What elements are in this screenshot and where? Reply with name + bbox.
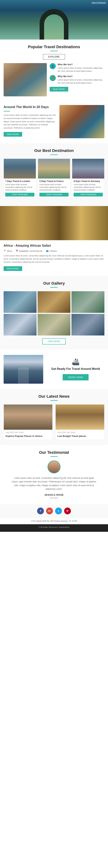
testimonial-text: Lorem ipsum dolor sit amet, consectetur … (11, 476, 97, 491)
gallery-item-4 (4, 314, 36, 336)
footer-copyright: © All rights Reserved | traveluntime (0, 524, 108, 532)
around-text-content: Lorem ipsum dolor sit amet, consectetur … (4, 114, 56, 129)
dest-start-btn-2[interactable]: START FROM $550 (74, 193, 103, 196)
dest-img-germany (72, 159, 104, 179)
people-icon: 👥 (46, 250, 49, 252)
safari-tags: 📍 Africa 📅 Availability: Jun/16-Dec/16 👥… (4, 250, 104, 252)
dest-cards-row: 7 Days Travel to London Lorem ipsum dolo… (4, 159, 104, 198)
popular-section: Popular Travel Destinations EXPLORE 👤 Wh… (0, 39, 108, 101)
section-divider (50, 51, 58, 51)
around-title: Around The World In 20 Days (4, 105, 56, 109)
why-title: Why We Are? (58, 75, 104, 78)
gallery-grid (4, 291, 104, 336)
news-card-venice: June,2020 John Smith Explore Popular Pla… (4, 404, 53, 440)
book-now-button[interactable]: BOOK NOW (63, 374, 89, 380)
gallery-divider (50, 287, 58, 288)
dest-img-london (4, 159, 36, 179)
dest-card-title-0: 7 Days Travel to London (5, 180, 34, 183)
dest-card-text-2: Lorem ipsum dolor sit amet, consectetur … (74, 183, 103, 191)
safari-text: Lorem ipsum dolor sit amet, consectetur … (4, 254, 104, 264)
best-dest-title: Our Best Destination (4, 148, 104, 153)
gallery-item-3 (72, 291, 104, 313)
latest-news-section: Our Latest News June,2020 John Smith Exp… (0, 389, 108, 445)
get-ready-section: 🚢 Get Ready For Travel Around World BOOK… (0, 349, 108, 389)
safari-tag-location: 📍 Africa (4, 250, 12, 252)
safari-tag-availability: 📅 Availability: Jun/16-Dec/16 (16, 250, 42, 252)
around-row: Around The World In 20 Days Lorem ipsum … (4, 105, 104, 138)
testimonial-section: Our Testimonial Lorem ipsum dolor sit am… (0, 445, 108, 504)
social-bar: f G+ t P (0, 504, 108, 518)
get-ready-title: Get Ready For Travel Around World (47, 367, 104, 371)
news-title-0: Explore Popular Places in Venice (6, 435, 51, 438)
testimonial-name: JESSICA ROSE (4, 494, 104, 496)
popular-title: Popular Travel Destinations (4, 44, 104, 49)
news-meta-0: June,2020 John Smith (6, 432, 51, 433)
safari-read-more-button[interactable]: READ MORE (4, 266, 22, 271)
facebook-icon[interactable]: f (37, 507, 44, 514)
who-icon: 👤 (50, 63, 56, 69)
dest-start-btn-1[interactable]: START FROM $500 (39, 193, 69, 196)
twitter-icon[interactable]: t (55, 507, 62, 514)
safari-tag-return: 👥 3 Return (46, 250, 57, 252)
news-img-venice (4, 404, 52, 430)
avatar (48, 460, 60, 473)
read-more-button-1[interactable]: READ MORE (50, 87, 68, 92)
news-card-budget: June,2020 John Smith Low Budget Travel p… (55, 404, 104, 440)
dest-card-text-0: Lorem ipsum dolor sit amet, consectetur … (5, 183, 34, 191)
around-text: Around The World In 20 Days Lorem ipsum … (4, 105, 56, 138)
safari-title: Africa - Amazing African Safari (4, 244, 104, 248)
testimonial-divider (50, 456, 58, 457)
best-destination-section: Our Best Destination 7 Days Travel to Lo… (0, 143, 108, 206)
news-title-1: Low Budget Travel places (57, 435, 102, 438)
ship-icon: 🚢 (47, 358, 104, 366)
pinterest-icon[interactable]: P (64, 507, 71, 514)
who-item: 👤 Who We Are? Lorem ipsum dolor sit amet… (50, 63, 104, 72)
safari-section: Africa - Amazing African Safari 📍 Africa… (0, 206, 108, 276)
news-img-budget (56, 404, 104, 430)
location-icon: 📍 (4, 250, 6, 252)
view-more-button[interactable]: VIEW MORE (42, 338, 66, 344)
dest-card-london: 7 Days Travel to London Lorem ipsum dolo… (4, 159, 36, 198)
couple-photo (4, 63, 47, 96)
google-plus-icon[interactable]: G+ (46, 507, 53, 514)
why-icon: ❓ (50, 75, 56, 81)
footer-address: 1733 Valada Bloff Rd, Mid Rolling Spring… (0, 518, 108, 524)
explore-button[interactable]: EXPLORE (43, 54, 65, 60)
safari-image (0, 206, 108, 240)
around-divider (4, 111, 10, 112)
gallery-section: Our Gallery VIEW MORE (0, 276, 108, 349)
address-text: 1733 Valada Bloff Rd, Mid Rolling Spring… (31, 520, 77, 522)
dest-card-france: 5 Days Travel to France Lorem ipsum dolo… (38, 159, 70, 198)
hero-section: View In Browser (0, 0, 108, 39)
city-image (4, 355, 43, 384)
testimonial-role: Manager (4, 497, 104, 499)
get-ready-content: 🚢 Get Ready For Travel Around World BOOK… (47, 358, 104, 380)
news-meta-1: June,2020 John Smith (57, 432, 102, 433)
who-text: Lorem ipsum dolor sit amet, consectetur … (58, 66, 104, 72)
around-image (59, 105, 104, 138)
why-text: Lorem ipsum dolor sit amet, consectetur … (58, 79, 104, 84)
around-section: Around The World In 20 Days Lorem ipsum … (0, 101, 108, 143)
best-dest-divider (50, 154, 58, 155)
who-why-row: 👤 Who We Are? Lorem ipsum dolor sit amet… (4, 63, 104, 96)
dest-start-btn-0[interactable]: START FROM $600 (5, 193, 34, 196)
gallery-item-5 (37, 314, 71, 336)
calendar-icon: 📅 (16, 250, 18, 252)
news-row: June,2020 John Smith Explore Popular Pla… (4, 404, 104, 440)
testimonial-title: Our Testimonial (4, 450, 104, 455)
news-title: Our Latest News (4, 394, 104, 399)
dest-card-germany: 8 Days Travel to Germany Lorem ipsum dol… (72, 159, 104, 198)
gallery-title: Our Gallery (4, 281, 104, 286)
gallery-item-1 (4, 291, 36, 313)
copyright-text: © All rights Reserved | traveluntime (38, 526, 70, 528)
dest-card-title-2: 8 Days Travel to Germany (74, 180, 103, 183)
gallery-item-2 (37, 291, 71, 313)
who-why-content: 👤 Who We Are? Lorem ipsum dolor sit amet… (50, 63, 104, 96)
news-divider (50, 400, 58, 401)
dest-card-title-1: 5 Days Travel to France (39, 180, 69, 183)
gallery-item-6 (72, 314, 104, 336)
dest-img-france (38, 159, 70, 179)
read-more-button-2[interactable]: READ MORE (4, 132, 22, 137)
dest-card-text-1: Lorem ipsum dolor sit amet, consectetur … (39, 183, 69, 191)
view-in-browser-link[interactable]: View In Browser (91, 1, 106, 4)
